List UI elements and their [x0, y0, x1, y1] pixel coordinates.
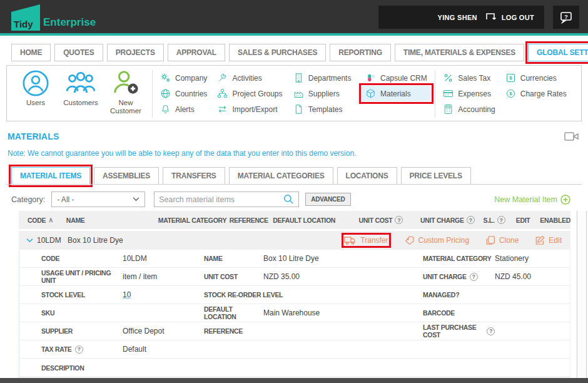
ribbon-item-import-export[interactable]: Import/Export [213, 101, 289, 117]
stock-level-link[interactable]: 10 [123, 290, 131, 299]
detail-value-unit-charge: NZD 45.00 [495, 272, 570, 281]
detail-label-unit-charge: UNIT CHARGE [423, 273, 495, 281]
help-icon[interactable] [487, 327, 495, 335]
help-icon[interactable] [395, 216, 403, 224]
vertical-scrollbar[interactable] [577, 211, 587, 380]
column-header-default-location[interactable]: DEFAULT LOCATION [273, 217, 358, 224]
ribbon-item-sales-tax[interactable]: Sales Tax [439, 70, 501, 86]
main-nav: HOME QUOTES PROJECTS APPROVAL SALES & PU… [11, 44, 579, 61]
subtab-price-levels[interactable]: PRICE LEVELS [401, 167, 471, 185]
transfer-button[interactable]: Transfer [344, 235, 388, 245]
ribbon-item-company[interactable]: Company [156, 70, 213, 86]
ribbon-item-project-groups[interactable]: Project Groups [213, 86, 289, 101]
ribbon-item-countries[interactable]: Countries [156, 86, 213, 101]
ribbon-item-expenses[interactable]: Expenses [439, 86, 501, 101]
ribbon-item-alerts[interactable]: Alerts [156, 101, 213, 117]
column-header-unit-cost[interactable]: UNIT COST [358, 216, 420, 224]
globe-icon [160, 88, 171, 99]
ribbon-item-label: Suppliers [308, 89, 340, 98]
nav-tab-global-settings[interactable]: GLOBAL SETTINGS [528, 44, 588, 61]
sort-asc-icon: ∧ [48, 216, 53, 224]
row-expander[interactable]: 10LDM [19, 236, 68, 245]
help-icon[interactable] [467, 216, 475, 224]
nav-tab-approval[interactable]: APPROVAL [168, 44, 225, 61]
nav-tab-projects[interactable]: PROJECTS [107, 44, 164, 61]
custom-pricing-label: Custom Pricing [418, 236, 469, 245]
detail-row: TAX RATE Default [19, 340, 570, 359]
row-actions: Transfer Custom Pricing Clone [344, 235, 570, 245]
demo-note: Note: We cannot guarantee you will be ab… [8, 149, 580, 158]
column-header-name[interactable]: NAME [66, 217, 158, 224]
bottom-edge-bar [0, 378, 588, 383]
svg-text:$: $ [509, 75, 512, 81]
nav-tab-quotes[interactable]: QUOTES [54, 44, 103, 61]
ribbon-item-accounting[interactable]: Accounting [439, 101, 501, 117]
search-icon[interactable] [283, 194, 294, 205]
column-header-reference[interactable]: REFERENCE [230, 217, 273, 224]
app-header: Tidy Enterprise YING SHEN LOG OUT ? [0, 0, 588, 36]
video-camera-icon[interactable] [564, 131, 579, 141]
page-title: MATERIALS [8, 131, 59, 141]
subtab-transfers[interactable]: TRANSFERS [163, 167, 225, 185]
help-icon[interactable] [497, 216, 505, 224]
ribbon-item-currencies[interactable]: $ Currencies [502, 70, 579, 86]
column-header-stock-level[interactable]: S.L. [484, 216, 516, 224]
user-session-bar: YING SHEN LOG OUT [378, 6, 544, 29]
ribbon-item-templates[interactable]: Templates [290, 101, 362, 117]
subtab-assemblies[interactable]: ASSEMBLIES [94, 167, 159, 185]
column-header-unit-charge[interactable]: UNIT CHARGE [420, 216, 483, 224]
calculator-icon [443, 104, 454, 115]
column-label: S.L. [484, 217, 495, 224]
edit-button[interactable]: Edit [535, 235, 562, 245]
ribbon-item-activities[interactable]: Activities [213, 70, 289, 86]
ribbon-item-charge-rates[interactable]: $ Charge Rates [502, 86, 579, 101]
column-header-material-category[interactable]: MATERIAL CATEGORY [158, 217, 230, 224]
nav-tab-time-materials-expenses[interactable]: TIME, MATERIALS & EXPENSES [395, 44, 524, 61]
subtab-locations[interactable]: LOCATIONS [337, 167, 397, 185]
subtab-divider-line [6, 184, 582, 185]
material-item-row[interactable]: 10LDM Box 10 Litre Dye Transfer [19, 231, 570, 250]
category-select-value: - All - [57, 195, 74, 204]
new-material-item-link[interactable]: New Material Item [494, 195, 570, 205]
logout-button[interactable]: LOG OUT [485, 13, 534, 22]
clone-button[interactable]: Clone [485, 235, 519, 245]
ribbon-item-label: Sales Tax [458, 74, 490, 83]
subtab-material-items[interactable]: MATERIAL ITEMS [11, 167, 90, 185]
custom-pricing-button[interactable]: Custom Pricing [405, 235, 469, 245]
user-name[interactable]: YING SHEN [438, 14, 477, 21]
document-icon [293, 104, 304, 115]
item-name: Box 10 Litre Dye [68, 236, 163, 245]
help-icon[interactable] [75, 345, 83, 354]
ribbon-item-capsule-crm[interactable]: Capsule CRM [362, 70, 431, 86]
column-label: UNIT CHARGE [420, 217, 464, 224]
detail-value-material-category: Stationery [495, 254, 570, 263]
ribbon-item-customers[interactable]: Customers [58, 69, 103, 119]
ribbon-item-label: Activities [232, 74, 261, 83]
search-input[interactable] [159, 195, 283, 204]
ribbon-item-departments[interactable]: Departments [290, 70, 362, 86]
filter-bar: Category: - All - ADVANCED New Material … [11, 192, 570, 207]
help-bubble-button[interactable]: ? [553, 6, 579, 29]
detail-value-default-location: Main Warehouse [263, 309, 423, 317]
column-label: CODE [28, 217, 46, 224]
nav-tab-reporting[interactable]: REPORTING [330, 44, 391, 61]
category-select[interactable]: - All - [51, 192, 145, 207]
logo-tidy-text: Tidy [14, 19, 33, 29]
ribbon-item-new-customer[interactable]: New Customer [103, 69, 148, 119]
column-header-code[interactable]: CODE ∧ [19, 216, 66, 224]
ribbon-item-suppliers[interactable]: Suppliers [290, 86, 362, 101]
subtab-material-categories[interactable]: MATERIAL CATEGORIES [229, 167, 333, 185]
ribbon-item-label: Countries [175, 89, 207, 98]
help-icon[interactable] [470, 273, 478, 281]
advanced-button[interactable]: ADVANCED [305, 193, 350, 206]
ribbon-item-label: New Customer [103, 99, 148, 115]
detail-value-name: Box 10 Litre Dye [263, 254, 423, 263]
nav-tab-sales-purchases[interactable]: SALES & PURCHASES [229, 44, 326, 61]
nav-tab-home[interactable]: HOME [11, 44, 51, 61]
pencil-icon [535, 235, 545, 245]
ribbon-item-label: Charge Rates [520, 89, 567, 98]
ribbon-item-materials[interactable]: Materials [362, 86, 431, 101]
detail-label-last-purchase-cost: LAST PURCHASE COST [423, 324, 495, 339]
logout-icon [485, 13, 497, 22]
ribbon-item-users[interactable]: Users [13, 69, 58, 119]
